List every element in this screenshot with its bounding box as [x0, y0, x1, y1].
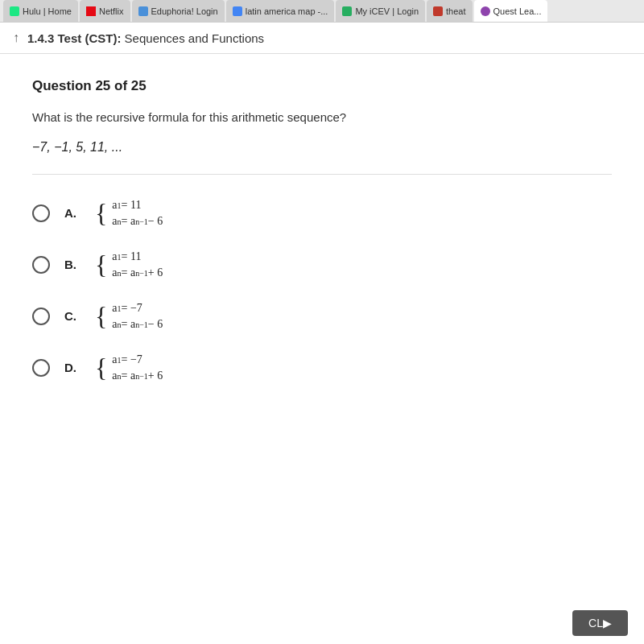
- radio-d[interactable]: [32, 359, 50, 377]
- question-number: Question 25 of 25: [32, 78, 612, 94]
- bottom-bar: CL▶: [556, 602, 644, 644]
- tab-hulu[interactable]: Hulu | Home: [3, 0, 78, 22]
- option-b-label: B.: [64, 258, 80, 271]
- page-header: ↑ 1.4.3 Test (CST): Sequences and Functi…: [0, 23, 644, 54]
- hulu-favicon: [10, 6, 19, 16]
- back-icon[interactable]: ↑: [13, 31, 19, 45]
- next-button[interactable]: CL▶: [572, 610, 628, 636]
- option-c-label: C.: [64, 309, 80, 323]
- theat-favicon: [433, 6, 443, 16]
- formula-d-line2: an = an−1 + 6: [112, 369, 163, 382]
- formula-b-lines: a1 = 11 an = an−1 + 6: [112, 250, 163, 279]
- brace-b: {: [95, 250, 107, 279]
- option-d-label: D.: [64, 361, 80, 374]
- option-a-formula: { a1 = 11 an = an−1 − 6: [95, 199, 163, 228]
- radio-b[interactable]: [32, 256, 50, 274]
- option-a-label: A.: [64, 206, 80, 220]
- page-title: 1.4.3 Test (CST): Sequences and Function…: [27, 31, 264, 45]
- tab-theat-label: theat: [446, 6, 465, 16]
- tab-icev-label: My iCEV | Login: [355, 6, 419, 16]
- option-c-row[interactable]: C. { a1 = −7 an = an−1 − 6: [32, 302, 612, 331]
- tab-netflix-label: Netflix: [99, 6, 124, 16]
- main-content: Question 25 of 25 What is the recursive …: [0, 54, 644, 407]
- tab-latinmap-label: latin america map -...: [246, 6, 328, 16]
- tab-netflix[interactable]: Netflix: [80, 0, 130, 22]
- formula-a-lines: a1 = 11 an = an−1 − 6: [112, 199, 163, 228]
- sequence-display: −7, −1, 5, 11, ...: [32, 140, 612, 155]
- tab-theat[interactable]: theat: [427, 0, 472, 22]
- formula-b-line2: an = an−1 + 6: [112, 266, 163, 279]
- tab-icev[interactable]: My iCEV | Login: [336, 0, 425, 22]
- radio-a[interactable]: [32, 204, 50, 222]
- option-d-row[interactable]: D. { a1 = −7 an = an−1 + 6: [32, 353, 612, 382]
- formula-a-line2: an = an−1 − 6: [112, 215, 163, 228]
- option-a-row[interactable]: A. { a1 = 11 an = an−1 − 6: [32, 199, 612, 228]
- option-b-formula: { a1 = 11 an = an−1 + 6: [95, 250, 163, 279]
- brace-d: {: [95, 353, 107, 382]
- formula-c-line2: an = an−1 − 6: [112, 318, 163, 331]
- google-favicon: [233, 6, 242, 16]
- answer-options: A. { a1 = 11 an = an−1 − 6 B. {: [32, 199, 612, 382]
- tab-quest[interactable]: Quest Lea...: [474, 0, 548, 22]
- question-text: What is the recursive formula for this a…: [32, 109, 612, 127]
- option-c-formula: { a1 = −7 an = an−1 − 6: [95, 302, 163, 331]
- formula-c-line1: a1 = −7: [112, 302, 163, 315]
- icev-favicon: [342, 6, 352, 16]
- tab-quest-label: Quest Lea...: [493, 6, 542, 16]
- browser-tab-bar: Hulu | Home Netflix Eduphoria! Login lat…: [0, 0, 644, 23]
- formula-d-lines: a1 = −7 an = an−1 + 6: [112, 353, 163, 382]
- radio-c[interactable]: [32, 308, 50, 325]
- tab-edu-label: Eduphoria! Login: [151, 6, 218, 16]
- option-d-formula: { a1 = −7 an = an−1 + 6: [95, 353, 163, 382]
- formula-d-line1: a1 = −7: [112, 353, 163, 366]
- tab-eduphoria[interactable]: Eduphoria! Login: [132, 0, 225, 22]
- brace-c: {: [95, 302, 107, 331]
- netflix-favicon: [86, 6, 96, 16]
- formula-b-line1: a1 = 11: [112, 250, 163, 263]
- formula-a-line1: a1 = 11: [112, 199, 163, 212]
- tab-latinmap[interactable]: latin america map -...: [226, 0, 335, 22]
- divider: [32, 174, 612, 175]
- edu-favicon: [138, 6, 148, 16]
- brace-a: {: [95, 199, 107, 228]
- tab-hulu-label: Hulu | Home: [23, 6, 72, 16]
- quest-favicon: [481, 6, 490, 16]
- option-b-row[interactable]: B. { a1 = 11 an = an−1 + 6: [32, 250, 612, 279]
- formula-c-lines: a1 = −7 an = an−1 − 6: [112, 302, 163, 331]
